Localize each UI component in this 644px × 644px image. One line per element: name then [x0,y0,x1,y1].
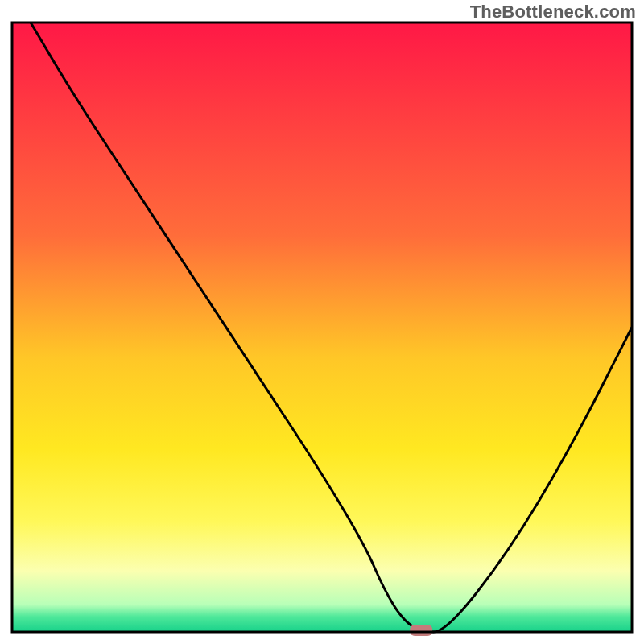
chart-container: TheBottleneck.com [0,0,644,644]
watermark-label: TheBottleneck.com [470,2,636,23]
gradient-background [12,23,632,632]
optimal-marker [410,625,432,636]
bottleneck-chart [0,0,644,644]
